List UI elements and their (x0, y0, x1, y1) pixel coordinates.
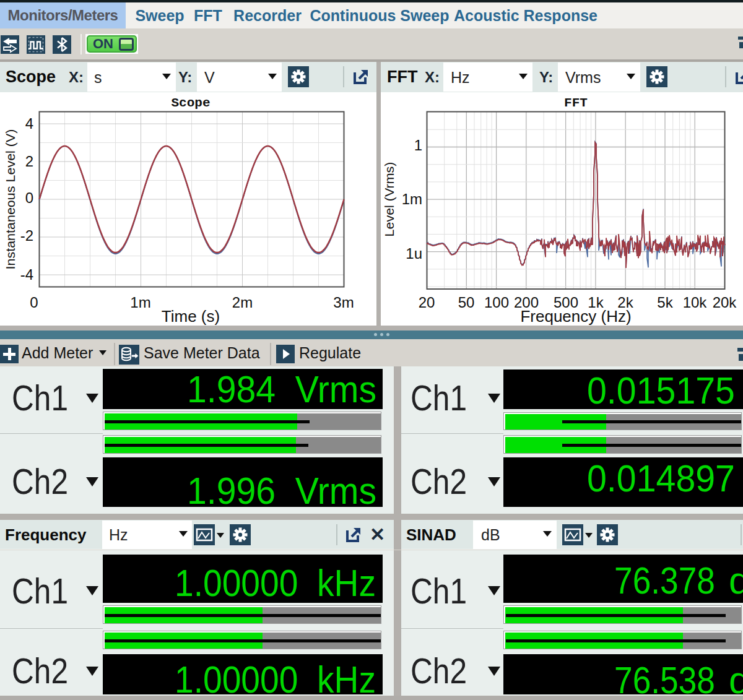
svg-text:20k: 20k (713, 294, 737, 311)
svg-text:Ch2: Ch2 (411, 463, 467, 500)
svg-text:Ch2: Ch2 (12, 652, 68, 689)
svg-text:76.538: 76.538 (614, 659, 715, 694)
svg-text:10k: 10k (683, 294, 708, 311)
svg-text:Ch2: Ch2 (411, 652, 467, 689)
svg-text:FFT: FFT (564, 96, 588, 110)
svg-text:Ch2: Ch2 (12, 463, 68, 500)
svg-text:Ch1: Ch1 (411, 573, 467, 610)
svg-text:2: 2 (25, 153, 33, 170)
svg-text:1: 1 (414, 137, 422, 153)
svg-text:1u: 1u (406, 245, 422, 262)
svg-text:0.014897: 0.014897 (587, 457, 735, 499)
svg-text:2m: 2m (232, 294, 253, 311)
svg-text:-4: -4 (20, 266, 33, 283)
svg-text:Ch1: Ch1 (411, 379, 467, 417)
svg-text:100: 100 (484, 294, 509, 311)
svg-text:1.00000 kHz: 1.00000 kHz (175, 561, 376, 603)
svg-text:1.996 Vrms: 1.996 Vrms (187, 469, 376, 507)
svg-text:0: 0 (25, 189, 33, 206)
svg-text:1.984 Vrms: 1.984 Vrms (187, 369, 376, 409)
svg-text:20: 20 (419, 294, 435, 311)
svg-text:-2: -2 (20, 227, 33, 244)
svg-text:1m: 1m (130, 294, 150, 311)
svg-text:Ch1: Ch1 (12, 573, 68, 610)
svg-text:1m: 1m (402, 191, 422, 207)
svg-text:0.015175: 0.015175 (587, 369, 735, 409)
svg-text:Scope: Scope (171, 96, 210, 110)
svg-text:dB: dB (729, 559, 743, 602)
svg-text:Level (Vrms): Level (Vrms) (383, 162, 396, 237)
svg-text:50: 50 (458, 294, 475, 311)
svg-text:Frequency (Hz): Frequency (Hz) (520, 307, 631, 326)
svg-text:4: 4 (25, 115, 33, 132)
svg-text:Instantaneous Level (V): Instantaneous Level (V) (4, 129, 17, 270)
svg-text:dB: dB (729, 659, 743, 694)
svg-text:0: 0 (30, 294, 38, 311)
svg-text:76.378: 76.378 (614, 559, 715, 602)
svg-text:Time (s): Time (s) (162, 307, 220, 326)
svg-text:Ch1: Ch1 (12, 379, 68, 417)
svg-text:3m: 3m (333, 294, 354, 311)
svg-text:1.00000 kHz: 1.00000 kHz (175, 658, 376, 694)
svg-text:5k: 5k (657, 294, 673, 311)
